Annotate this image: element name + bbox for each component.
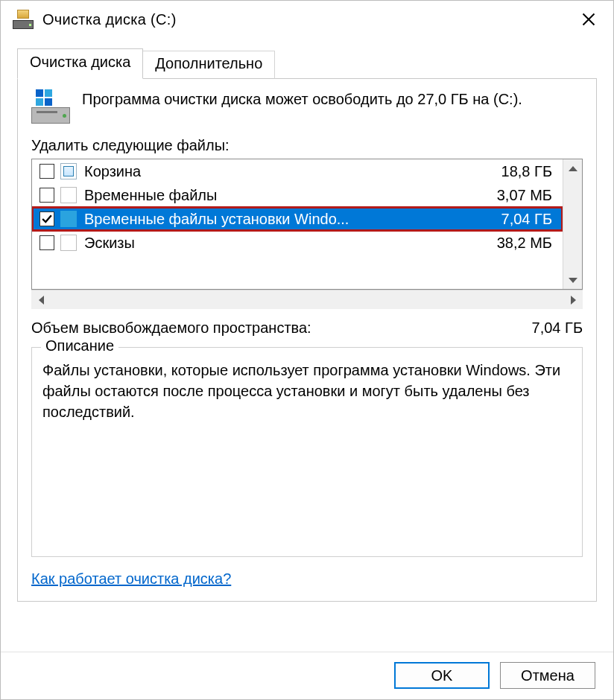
file-icon xyxy=(60,235,77,251)
horizontal-scrollbar[interactable] xyxy=(31,290,583,309)
description-group: Описание Файлы установки, которые исполь… xyxy=(31,347,583,557)
window-body: Очистка диска Дополнительно Программа оч… xyxy=(1,38,613,652)
tab-row: Очистка диска Дополнительно xyxy=(17,48,597,79)
item-size: 18,8 ГБ xyxy=(501,163,558,180)
disk-cleanup-window: Очистка диска (C:) Очистка диска Дополни… xyxy=(0,0,614,700)
description-legend: Описание xyxy=(41,337,118,354)
chevron-right-icon xyxy=(571,296,576,305)
tab-more-options[interactable]: Дополнительно xyxy=(143,51,275,79)
list-item[interactable]: Временные файлы3,07 МБ xyxy=(32,183,563,207)
checkbox[interactable] xyxy=(39,235,54,250)
bin-icon xyxy=(60,163,77,179)
close-button[interactable] xyxy=(572,4,606,34)
scroll-down-button[interactable] xyxy=(563,271,582,289)
tab-cleanup[interactable]: Очистка диска xyxy=(17,48,143,79)
list-item[interactable]: Эскизы38,2 МБ xyxy=(32,231,563,255)
scroll-left-button[interactable] xyxy=(31,290,51,310)
tab-panel-cleanup: Программа очистки диска может освободить… xyxy=(17,78,597,602)
checkbox[interactable] xyxy=(39,188,54,203)
freed-space-value: 7,04 ГБ xyxy=(532,319,583,337)
item-size: 7,04 ГБ xyxy=(501,211,558,228)
file-icon xyxy=(60,187,77,203)
item-size: 3,07 МБ xyxy=(497,187,558,204)
scroll-track-h[interactable] xyxy=(51,290,563,309)
list-item[interactable]: Корзина18,8 ГБ xyxy=(32,159,563,183)
files-list[interactable]: Корзина18,8 ГБВременные файлы3,07 МБВрем… xyxy=(31,159,583,290)
item-name: Временные файлы установки Windo... xyxy=(83,211,501,228)
checkbox[interactable] xyxy=(39,164,54,179)
item-name: Временные файлы xyxy=(83,187,497,204)
chevron-up-icon xyxy=(569,166,577,171)
freed-space-label: Объем высвобождаемого пространства: xyxy=(31,319,532,337)
scroll-up-button[interactable] xyxy=(563,159,582,177)
info-text: Программа очистки диска может освободить… xyxy=(82,89,522,109)
description-text: Файлы установки, которые использует прог… xyxy=(42,360,572,422)
chevron-down-icon xyxy=(569,278,577,283)
list-item[interactable]: Временные файлы установки Windo...7,04 Г… xyxy=(32,207,563,231)
dialog-buttons: OK Отмена xyxy=(1,652,613,699)
titlebar: Очистка диска (C:) xyxy=(1,1,613,38)
freed-space-row: Объем высвобождаемого пространства: 7,04… xyxy=(31,319,583,337)
files-list-label: Удалить следующие файлы: xyxy=(31,137,583,154)
chevron-left-icon xyxy=(39,296,44,305)
item-size: 38,2 МБ xyxy=(497,235,558,252)
help-link[interactable]: Как работает очистка диска? xyxy=(31,570,231,588)
folder-icon xyxy=(60,211,77,227)
files-list-container: Корзина18,8 ГБВременные файлы3,07 МБВрем… xyxy=(31,159,583,309)
info-row: Программа очистки диска может освободить… xyxy=(31,89,583,124)
vertical-scrollbar[interactable] xyxy=(563,159,582,289)
window-title: Очистка диска (C:) xyxy=(42,11,572,28)
close-icon xyxy=(582,13,595,26)
scroll-track[interactable] xyxy=(563,177,582,271)
cancel-button[interactable]: Отмена xyxy=(500,662,595,689)
check-icon xyxy=(42,214,52,224)
item-name: Эскизы xyxy=(83,235,497,252)
scroll-right-button[interactable] xyxy=(563,290,583,310)
ok-button[interactable]: OK xyxy=(394,662,490,689)
checkbox[interactable] xyxy=(39,211,54,226)
app-icon xyxy=(13,10,34,29)
drive-icon xyxy=(31,89,70,124)
item-name: Корзина xyxy=(83,163,501,180)
